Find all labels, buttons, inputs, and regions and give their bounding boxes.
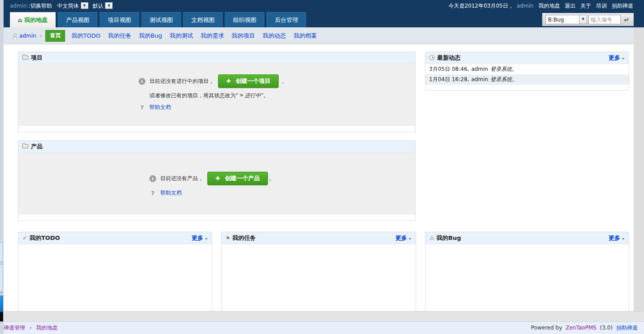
dynamic-action: 登录系统。 — [491, 76, 517, 82]
chevron-right-icon: ▸ — [622, 236, 625, 241]
theme-label: 默认 — [92, 3, 103, 9]
check-icon: ✓ — [22, 234, 27, 241]
breadcrumb-arrow-icon: › — [40, 33, 42, 39]
more-label: 更多 — [395, 234, 407, 241]
panel-title: 产品 — [31, 143, 43, 150]
quick-search-bar: B:Bug ▼ ↵ — [542, 13, 634, 26]
product-panel: 产品 i 目前还没有产品， ✚创建一个产品 。 ? 帮助文档 — [18, 140, 416, 221]
topbar-link-logout[interactable]: 退出 — [565, 3, 576, 9]
topbar-link-about[interactable]: 关于 — [580, 3, 591, 9]
subnav-home-button[interactable]: 首页 — [45, 30, 65, 42]
theme-dropdown[interactable]: ▼ — [105, 2, 113, 9]
docked-check-icon[interactable]: ✓ — [0, 290, 4, 295]
dynamics-panel: 最新动态 更多▸ 3月05日 08:46,admin登录系统。 1月04日 16… — [425, 52, 629, 91]
tab-doc-view[interactable]: 文档视图 — [183, 12, 223, 27]
subnav-user-link[interactable]: admin — [19, 33, 36, 39]
tab-product-view[interactable]: 产品视图 — [58, 12, 97, 27]
tab-org-view[interactable]: 组织视图 — [225, 12, 264, 27]
main-tabs: ⌂我的地盘 产品视图 项目视图 测试视图 文档视图 组织视图 后台管理 — [10, 12, 306, 27]
button-label: 创建一个产品 — [225, 174, 260, 182]
task-panel-header: ⚑我的任务 更多▸ — [222, 232, 416, 244]
subnav: admin › 首页 我的TODO 我的任务 我的Bug 我的测试 我的需求 我… — [0, 27, 644, 44]
version-text: (3.0) — [600, 325, 613, 331]
chevron-right-icon: ▸ — [622, 56, 625, 61]
tab-project-view[interactable]: 项目视图 — [100, 12, 139, 27]
footer-link-page[interactable]: 我的地盘 — [36, 325, 57, 331]
plus-icon: ✚ — [226, 78, 231, 84]
info-icon: i — [149, 175, 156, 182]
subnav-link-my-bug[interactable]: 我的Bug — [139, 32, 162, 40]
tab-my-ground[interactable]: ⌂我的地盘 — [10, 12, 56, 27]
dynamic-time: 3月05日 08:46, — [429, 66, 469, 72]
tab-label: 测试视图 — [149, 17, 173, 23]
dynamics-more-link[interactable]: 更多▸ — [609, 52, 625, 64]
panel-title: 我的Bug — [437, 234, 461, 241]
folder-icon — [22, 144, 28, 148]
info-icon: i — [139, 78, 145, 85]
tab-label: 文档视图 — [191, 17, 215, 23]
subnav-link-my-dynamic[interactable]: 我的动态 — [263, 32, 286, 40]
bug-more-link[interactable]: 更多▸ — [609, 232, 625, 244]
dynamics-row: 1月04日 16:28,admin登录系统。 — [425, 74, 629, 85]
search-input[interactable] — [588, 15, 621, 24]
topbar-user-label[interactable]: admin: — [10, 3, 29, 9]
topbar-link-training[interactable]: 培训 — [596, 3, 607, 9]
home-icon: ⌂ — [18, 17, 22, 23]
tab-label: 后台管理 — [275, 17, 298, 23]
docked-widget-base — [0, 312, 3, 321]
footer-link-app[interactable]: 禅道管理 — [4, 325, 25, 331]
subnav-link-my-task[interactable]: 我的任务 — [108, 32, 131, 40]
chevron-right-icon: ▸ — [206, 236, 208, 241]
docked-widget-panel[interactable] — [0, 242, 3, 291]
panel-footer — [18, 126, 415, 132]
search-type-select[interactable]: B:Bug ▼ — [545, 15, 587, 24]
todo-more-link[interactable]: 更多▸ — [192, 232, 208, 244]
more-label: 更多 — [609, 234, 620, 241]
subnav-link-my-profile[interactable]: 我的档案 — [294, 32, 317, 40]
toggle-help-link[interactable]: :切换帮助 — [29, 3, 52, 9]
subnav-link-my-project[interactable]: 我的项目 — [232, 32, 255, 40]
clock-icon — [429, 55, 434, 60]
chevron-down-icon[interactable]: ▼ — [579, 15, 587, 24]
question-icon: ? — [149, 190, 156, 196]
tab-label: 我的地盘 — [24, 17, 48, 23]
subnav-link-my-story[interactable]: 我的需求 — [201, 32, 224, 40]
tab-admin[interactable]: 后台管理 — [267, 12, 306, 27]
subnav-link-my-todo[interactable]: 我的TODO — [71, 32, 100, 40]
project-hint-prefix: 或者修改已有的项目，将其状态改为“ — [149, 92, 238, 100]
warning-icon: ⚠ — [429, 235, 434, 241]
powered-text: Powered by — [531, 325, 562, 331]
person-icon — [12, 33, 17, 39]
dynamic-action: 登录系统。 — [491, 66, 517, 72]
flag-icon: ⚑ — [239, 93, 244, 99]
docked-widget-button[interactable] — [0, 295, 3, 312]
create-product-button[interactable]: ✚创建一个产品 — [207, 172, 268, 185]
footer-link-zentao[interactable]: ZenTaoPMS — [565, 325, 596, 331]
panel-title: 我的任务 — [232, 234, 256, 241]
topbar-link-my-ground[interactable]: 我的地盘 — [539, 3, 560, 9]
tab-label: 组织视图 — [233, 17, 256, 23]
language-dropdown[interactable]: ▼ — [81, 2, 88, 9]
scrollbar-track[interactable] — [634, 27, 644, 311]
task-more-link[interactable]: 更多▸ — [395, 232, 412, 244]
product-help-link[interactable]: 帮助文档 — [160, 189, 182, 197]
tab-label: 项目视图 — [108, 17, 131, 23]
subnav-link-my-test[interactable]: 我的测试 — [170, 32, 193, 40]
todo-panel-header: ✓我的TODO 更多▸ — [18, 232, 212, 244]
product-panel-header: 产品 — [18, 141, 415, 153]
folder-icon — [22, 56, 28, 60]
enter-icon[interactable]: ↵ — [622, 16, 631, 23]
topbar-left: admin::切换帮助 中文简体▼ 默认▼ — [10, 0, 115, 12]
chevron-down-icon: ▼ — [108, 4, 110, 8]
footer-link-donate[interactable]: 捐助禅道 — [616, 325, 638, 331]
search-type-value: B:Bug — [546, 17, 564, 23]
question-icon: ? — [139, 104, 145, 111]
topbar-link-user[interactable]: admin — [517, 3, 534, 9]
create-project-button[interactable]: ✚创建一个项目 — [218, 74, 279, 88]
project-help-link[interactable]: 帮助文档 — [149, 104, 171, 111]
today-text: 今天是2012年03月05日， — [448, 3, 513, 9]
panel-title: 最新动态 — [437, 54, 460, 61]
breadcrumb-arrow-icon: › — [30, 325, 32, 331]
topbar-link-donate[interactable]: 捐助禅道 — [612, 3, 633, 9]
tab-test-view[interactable]: 测试视图 — [141, 12, 181, 27]
